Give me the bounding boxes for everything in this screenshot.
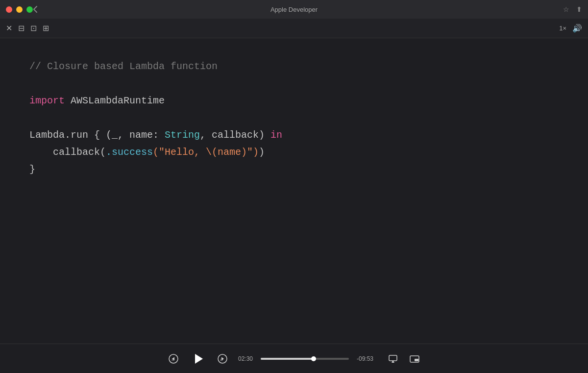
share-icon[interactable]: ⬆: [576, 5, 582, 13]
code-callback-plain: callback(: [29, 147, 106, 158]
code-closing-brace: }: [29, 161, 282, 178]
remaining-time: -09:53: [357, 355, 373, 362]
code-brace: }: [29, 164, 35, 175]
svg-rect-5: [389, 355, 397, 361]
code-comment: // Closure based Lambda function: [29, 61, 218, 72]
code-block: // Closure based Lambda function import …: [29, 58, 282, 178]
code-success-method: .success: [106, 147, 153, 158]
svg-text:10: 10: [172, 358, 174, 361]
code-in-keyword: in: [270, 129, 282, 141]
content-area: // Closure based Lambda function import …: [0, 38, 588, 344]
code-import-keyword: import: [29, 95, 65, 106]
airplay-button[interactable]: [385, 351, 401, 367]
current-time: 02:30: [238, 355, 253, 362]
captions-icon[interactable]: ⊞: [43, 24, 49, 33]
code-string-arg: ("Hello, \(name)"): [153, 147, 259, 158]
code-lambda-plain: Lambda.run { (_, name:: [29, 129, 165, 141]
title-bar-actions: ☆ ⬆: [563, 5, 582, 13]
layout-icon[interactable]: ⊟: [18, 24, 24, 33]
svg-marker-2: [195, 354, 203, 364]
video-toolbar: ✕ ⊟ ⊡ ⊞ 1× 🔊: [0, 19, 588, 38]
toolbar-right: 1× 🔊: [559, 24, 582, 33]
rewind-button[interactable]: 10: [166, 351, 181, 367]
close-button[interactable]: [6, 6, 12, 13]
code-callback-line: callback(.success("Hello, \(name)")): [29, 144, 282, 161]
title-bar: Apple Developer ☆ ⬆: [0, 0, 588, 19]
svg-text:10: 10: [220, 358, 223, 361]
window-title: Apple Developer: [270, 6, 318, 13]
code-comment-line: // Closure based Lambda function: [29, 58, 282, 75]
video-controls: 10 10 02:30 -09:53: [0, 344, 588, 373]
code-lambda-line: Lambda.run { (_, name: String, callback)…: [29, 126, 282, 144]
code-string-type: String: [165, 129, 200, 141]
play-button[interactable]: [189, 350, 207, 368]
minimize-button[interactable]: [16, 6, 23, 13]
code-module: AWSLambdaRuntime: [65, 95, 165, 106]
traffic-lights: [6, 6, 33, 13]
forward-button[interactable]: 10: [215, 351, 230, 367]
pip-button[interactable]: [407, 351, 422, 367]
svg-rect-7: [415, 359, 418, 361]
picture-mode-icon[interactable]: ⊡: [30, 24, 37, 33]
code-import-line: import AWSLambdaRuntime: [29, 92, 282, 109]
progress-bar[interactable]: [261, 358, 349, 360]
volume-icon[interactable]: 🔊: [572, 24, 582, 33]
screen-icons: [385, 351, 422, 367]
back-button[interactable]: [29, 3, 41, 15]
progress-fill: [261, 358, 314, 360]
progress-thumb: [311, 356, 316, 361]
playback-speed[interactable]: 1×: [559, 25, 566, 32]
bookmark-icon[interactable]: ☆: [563, 5, 569, 13]
close-video-icon[interactable]: ✕: [6, 24, 12, 33]
code-paren-close: ): [259, 147, 265, 158]
code-lambda-mid: , callback): [200, 129, 270, 141]
